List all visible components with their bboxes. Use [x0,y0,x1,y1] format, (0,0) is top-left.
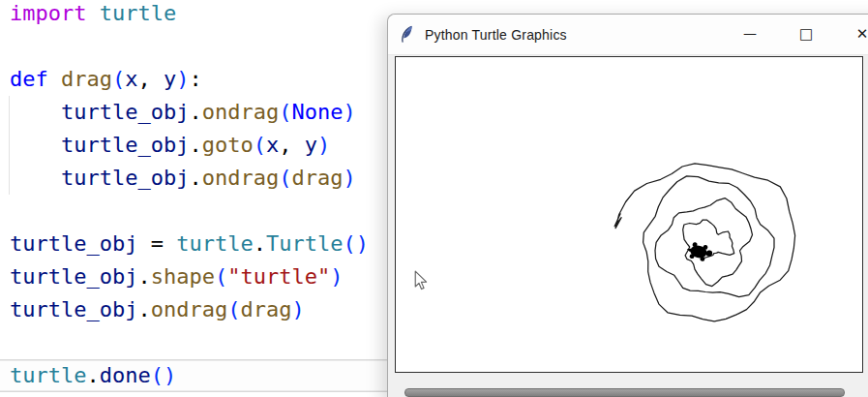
maximize-icon: □ [799,27,813,42]
window-controls: — □ ✕ [728,15,868,54]
screen: import turtle def drag(x, y): turtle_obj… [0,0,868,397]
code-token: ) [176,67,189,91]
code-token: , [279,133,305,157]
code-line[interactable]: turtle_obj.shape("turtle") [10,260,401,293]
code-token: done [100,363,151,387]
code-token: turtle_obj [10,231,137,256]
code-token [48,67,61,91]
code-token: shape [151,264,215,289]
code-token [10,133,61,157]
code-token: ondrag [151,297,227,321]
code-line[interactable]: def drag(x, y): [10,63,401,96]
scrollbar-thumb[interactable] [404,388,845,397]
code-token: . [189,100,201,124]
code-token [10,100,61,124]
code-token: . [137,297,150,321]
code-token: turtle_obj [61,166,189,190]
code-token: . [189,166,201,190]
code-token: ) [317,133,330,157]
code-token: y [305,133,317,157]
code-token: import [10,1,86,25]
maximize-button[interactable]: □ [784,19,828,50]
code-token [10,166,61,190]
code-line[interactable]: turtle.done() [0,359,401,392]
code-token: turtle_obj [10,297,137,321]
code-line[interactable]: turtle_obj.ondrag(None) [10,96,401,129]
code-token: . [137,264,150,289]
code-token: drag [240,297,291,321]
code-block: import turtle def drag(x, y): turtle_obj… [10,0,401,392]
tk-feather-icon [399,25,415,44]
minimize-icon: — [743,26,757,40]
horizontal-scrollbar[interactable] [395,385,868,397]
window-titlebar[interactable]: Python Turtle Graphics — □ ✕ [388,15,868,55]
code-token: None [291,100,343,124]
code-token: : [189,67,201,91]
code-token: turtle [10,363,86,387]
code-token: ( [215,264,227,289]
turtle-canvas[interactable] [395,56,863,373]
code-line[interactable] [10,195,401,228]
code-token: . [86,363,99,387]
code-token: Turtle [266,231,343,256]
code-token: turtle_obj [10,264,137,289]
code-line[interactable]: import turtle [10,0,401,30]
minimize-button[interactable]: — [728,19,772,50]
turtle-graphics-window: Python Turtle Graphics — □ ✕ [387,14,868,397]
code-line[interactable]: turtle_obj = turtle.Turtle() [10,228,401,260]
code-token: x [125,67,137,91]
code-token: ( [254,133,266,157]
code-token: () [151,363,177,387]
window-title: Python Turtle Graphics [425,27,567,43]
code-line[interactable] [10,30,401,63]
code-token: ) [330,264,343,289]
code-token: ondrag [202,100,279,124]
code-token: , [137,67,164,91]
code-token: ( [279,166,291,190]
code-token: () [343,231,369,256]
code-token: ) [343,166,355,190]
code-token: turtle_obj [61,133,189,157]
code-token: ) [343,100,355,124]
code-line[interactable]: turtle_obj.ondrag(drag) [10,162,401,195]
code-token: = [137,231,176,256]
code-line[interactable]: turtle_obj.goto(x, y) [10,129,401,162]
code-token: y [164,67,176,91]
code-token: goto [202,133,254,157]
mouse-cursor [414,270,428,290]
code-token: ( [112,67,125,91]
code-token: . [254,231,266,256]
close-button[interactable]: ✕ [840,19,868,50]
code-token [86,1,99,25]
spiral-path [614,164,795,321]
code-token: turtle [176,231,253,256]
code-line[interactable]: turtle_obj.ondrag(drag) [10,293,401,326]
code-token: "turtle" [227,264,330,289]
code-token: def [10,67,48,91]
code-token: . [189,133,201,157]
code-token: x [266,133,279,157]
code-token: ) [291,297,304,321]
code-token: ( [227,297,240,321]
code-token: turtle_obj [61,100,189,124]
code-token: ondrag [202,166,279,190]
code-token: ( [279,100,291,124]
close-icon: ✕ [856,27,868,42]
code-line[interactable] [10,326,401,359]
spiral-drawing [396,57,862,372]
code-token: drag [291,166,343,190]
code-token: turtle [100,1,176,25]
code-token: drag [61,67,112,91]
